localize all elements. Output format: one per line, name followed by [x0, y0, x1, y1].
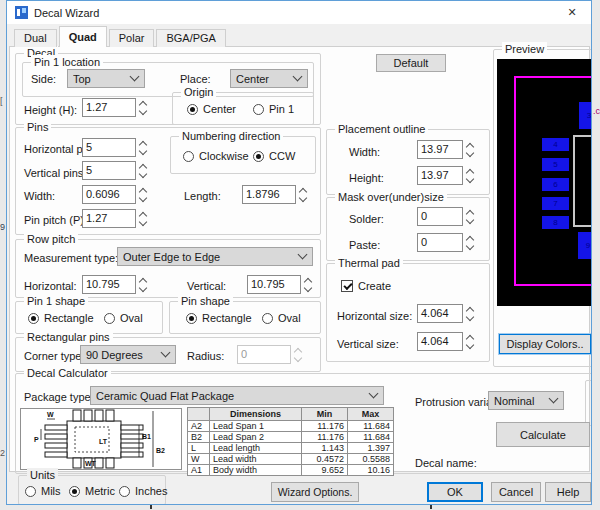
height-input[interactable]: 1.27: [82, 98, 149, 117]
placement-outline-label: Placement outline: [335, 122, 428, 136]
background-fragment: .c: [593, 106, 600, 116]
origin-center-radio[interactable]: Center: [187, 103, 236, 115]
preview-canvas: 3 4 5 6 7 8 9: [497, 59, 592, 306]
solder-label: Solder:: [349, 213, 384, 225]
row-pitch-group: Row pitch Measurement type: Outer Edge t…: [15, 239, 321, 298]
metric-radio[interactable]: Metric: [69, 485, 115, 497]
table-header: Min: [302, 408, 348, 421]
spinner-arrows[interactable]: [136, 98, 149, 117]
row-vertical-label: Vertical:: [187, 280, 226, 292]
tab-dual[interactable]: Dual: [14, 29, 57, 47]
ok-button[interactable]: OK: [427, 482, 483, 502]
spinner-arrows[interactable]: [136, 209, 149, 228]
checkbox-checked-icon: [341, 280, 353, 292]
preview-pad: 4: [542, 138, 569, 151]
preview-pad: 7: [542, 197, 569, 210]
spinner-arrows[interactable]: [463, 332, 476, 351]
row-horizontal-input[interactable]: 10.795: [82, 275, 149, 294]
placement-width-input[interactable]: 13.97: [417, 140, 476, 159]
corner-type-select[interactable]: 90 Degrees: [80, 345, 176, 364]
cancel-button[interactable]: Cancel: [491, 482, 541, 502]
spinner-arrows[interactable]: [136, 275, 149, 294]
place-label: Place:: [180, 73, 211, 85]
vertical-pins-input[interactable]: 5: [82, 161, 149, 180]
pin-pitch-label: Pin pitch (P):: [24, 214, 87, 226]
preview-pad: 8: [542, 216, 569, 229]
title-bar: Decal Wizard ✕: [7, 1, 591, 24]
create-checkbox[interactable]: Create: [341, 280, 391, 292]
spinner-arrows[interactable]: [463, 166, 476, 185]
measurement-type-select[interactable]: Outer Edge to Edge: [117, 247, 313, 266]
row-vertical-input[interactable]: 10.795: [247, 275, 314, 294]
spinner-arrows[interactable]: [463, 233, 476, 252]
width-label: Width:: [24, 190, 55, 202]
chevron-down-icon: [293, 72, 303, 82]
chevron-down-icon: [130, 72, 140, 82]
tab-bga-pga[interactable]: BGA/PGA: [156, 29, 226, 47]
origin-pin1-radio[interactable]: Pin 1: [253, 103, 294, 115]
radio-on-icon: [28, 313, 39, 324]
clockwise-radio[interactable]: Clockwise: [183, 150, 249, 162]
preview-pad: 6: [542, 178, 569, 191]
pin1-oval-radio[interactable]: Oval: [104, 312, 143, 324]
help-button[interactable]: Help: [545, 482, 591, 502]
default-button[interactable]: Default: [376, 54, 446, 72]
origin-group: Origin Center Pin 1: [172, 92, 314, 125]
ccw-radio[interactable]: CCW: [253, 150, 295, 162]
pin-pitch-input[interactable]: 1.27: [82, 209, 149, 228]
corner-type-label: Corner type:: [24, 350, 85, 362]
spinner-arrows[interactable]: [296, 185, 309, 204]
spinner-arrows[interactable]: [136, 185, 149, 204]
spinner-down-icon[interactable]: [138, 106, 146, 114]
radio-on-icon: [187, 104, 198, 115]
package-type-label: Package type:: [24, 391, 94, 403]
spinner-arrows[interactable]: [463, 304, 476, 323]
calculate-button[interactable]: Calculate: [496, 422, 590, 447]
background-fragment: 9: [0, 222, 5, 232]
package-type-select[interactable]: Ceramic Quad Flat Package: [90, 386, 384, 405]
spinner-arrows[interactable]: [463, 207, 476, 226]
width-input[interactable]: 0.6096: [82, 185, 149, 204]
thermal-vertical-input[interactable]: 4.064: [417, 332, 476, 351]
dimensions-table: Dimensions Min Max A2Lead Span 1 11.1761…: [187, 407, 394, 476]
thermal-horizontal-input[interactable]: 4.064: [417, 304, 476, 323]
diagram-label-wt: WT: [85, 460, 97, 467]
protrusion-variation-select[interactable]: Nominal: [488, 391, 564, 410]
background-fragment: [150, 505, 152, 509]
horizontal-pins-input[interactable]: 5: [82, 138, 149, 157]
decal-group: Decal Pin 1 location Side: Top Place: Ce…: [15, 53, 321, 125]
tab-polar[interactable]: Polar: [109, 29, 155, 47]
spinner-arrows[interactable]: [301, 275, 314, 294]
pin1-rectangle-radio[interactable]: Rectangle: [28, 312, 94, 324]
diagram-label-w: W: [47, 411, 54, 418]
paste-input[interactable]: 0: [417, 233, 476, 252]
placement-height-input[interactable]: 13.97: [417, 166, 476, 185]
diagram-label-b1: B1: [142, 433, 151, 440]
rectangular-pins-label: Rectangular pins: [24, 330, 113, 344]
radio-off-icon: [253, 104, 264, 115]
radio-off-icon: [119, 486, 130, 497]
spinner-arrows[interactable]: [136, 161, 149, 180]
preview-pad: 3: [579, 102, 592, 129]
spinner-arrows[interactable]: [136, 138, 149, 157]
pin-rectangle-radio[interactable]: Rectangle: [186, 312, 252, 324]
display-colors-button[interactable]: Display Colors..: [499, 334, 591, 354]
decal-wizard-dialog: Decal Wizard ✕ Dual Quad Polar BGA/PGA D…: [6, 0, 592, 505]
table-row: A1Body width 9.65210.16: [188, 465, 394, 476]
place-select[interactable]: Center: [230, 69, 308, 88]
length-input[interactable]: 1.8796: [242, 185, 309, 204]
solder-input[interactable]: 0: [417, 207, 476, 226]
mils-radio[interactable]: Mils: [25, 485, 61, 497]
table-row: LLead length 1.1431.397: [188, 443, 394, 454]
close-icon[interactable]: ✕: [563, 5, 581, 20]
placement-height-label: Height:: [349, 172, 384, 184]
inches-radio[interactable]: Inches: [119, 485, 167, 497]
table-row: WLead width 0.45720.5588: [188, 454, 394, 465]
tab-quad[interactable]: Quad: [59, 26, 107, 47]
pin-oval-radio[interactable]: Oval: [262, 312, 301, 324]
wizard-options-button[interactable]: Wizard Options.: [271, 482, 359, 502]
spinner-arrows[interactable]: [463, 140, 476, 159]
side-select[interactable]: Top: [67, 69, 145, 88]
preview-pad: 5: [542, 158, 569, 171]
chevron-down-icon: [369, 389, 379, 399]
